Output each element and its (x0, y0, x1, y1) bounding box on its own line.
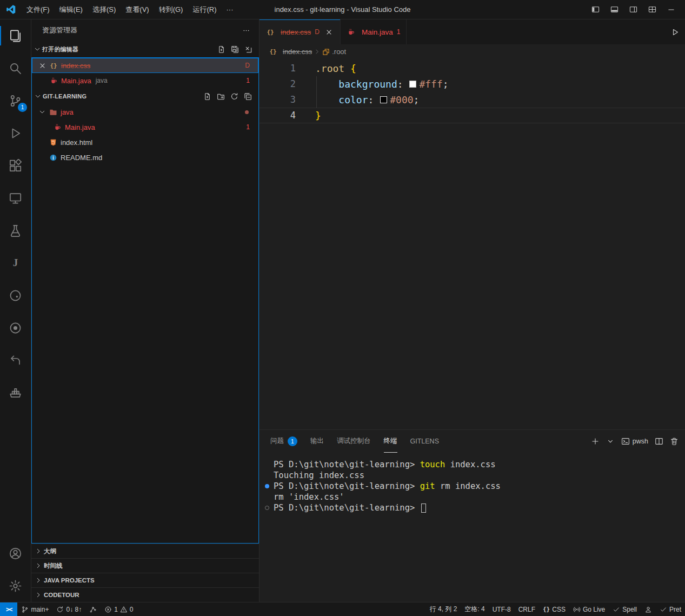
breadcrumb-.root[interactable]: .root (322, 48, 346, 56)
status-remote[interactable]: >< (0, 602, 17, 616)
menu-item-2[interactable]: 选择(S) (88, 3, 121, 17)
status-encoding[interactable]: UTF-8 (489, 602, 515, 616)
status-user[interactable] (641, 602, 656, 616)
menu-item-3[interactable]: 查看(V) (121, 3, 154, 17)
status-spell[interactable]: Spell (609, 602, 641, 616)
command-decoration[interactable] (265, 484, 269, 488)
minimize-button[interactable] (663, 3, 679, 17)
color-swatch[interactable] (380, 96, 387, 103)
layout-sidebar-left-button[interactable] (588, 3, 603, 17)
terminal-shell-label: pwsh (633, 438, 648, 445)
open-editors-header[interactable]: 打开的编辑器 (31, 41, 259, 57)
code-line[interactable]: 2 background: #fff; (260, 76, 685, 92)
breadcrumb-index.css[interactable]: {}index.css (268, 48, 312, 56)
tree-item-README.md[interactable]: README.md (32, 150, 258, 165)
activity-account[interactable] (0, 537, 31, 569)
check-icon (660, 606, 667, 613)
close-tab-button[interactable] (324, 27, 334, 37)
status-eol[interactable]: CRLF (515, 602, 539, 616)
more-actions-button[interactable] (241, 25, 251, 36)
collapse-all-button[interactable] (242, 91, 253, 102)
tree-item-index.html[interactable]: index.html (32, 135, 258, 150)
css-file-icon: {} (265, 28, 275, 36)
status-indentation[interactable]: 空格: 4 (461, 602, 488, 616)
activity-java[interactable]: J (0, 247, 31, 279)
editor-tab-index.css[interactable]: {}index.cssD (260, 19, 341, 44)
status-problems[interactable]: 10 (101, 602, 137, 616)
chevron-right-icon (35, 577, 44, 584)
activity-source-control[interactable]: 1 (0, 84, 31, 117)
status-git-graph[interactable] (85, 602, 101, 616)
activity-target[interactable] (0, 312, 31, 344)
kill-terminal-button[interactable] (670, 437, 679, 446)
status-prettier[interactable]: Pret (656, 602, 685, 616)
tree-item-java[interactable]: java (32, 104, 258, 120)
project-section-header[interactable]: GIT-LEARNING (32, 88, 258, 104)
sidebar-section-JAVA PROJECTS[interactable]: JAVA PROJECTS (31, 573, 259, 587)
editor-tab-bar: {}index.cssDMain.java1 (260, 19, 685, 44)
sidebar-section-时间线[interactable]: 时间线 (31, 558, 259, 573)
activity-search[interactable] (0, 52, 31, 84)
run-debug-icon (9, 127, 22, 140)
activity-remote-explorer[interactable] (0, 182, 31, 214)
sidebar-section-大纲[interactable]: 大纲 (31, 544, 259, 558)
error-icon (104, 606, 112, 613)
activity-explorer[interactable] (0, 19, 31, 52)
code-line[interactable]: 1.root { (260, 61, 685, 76)
code-line[interactable]: 4} (260, 108, 685, 123)
code-editor[interactable]: 1.root {2 background: #fff;3 color: #000… (260, 59, 685, 429)
sidebar-section-CODETOUR[interactable]: CODETOUR (31, 587, 259, 602)
color-swatch[interactable] (409, 81, 416, 88)
explorer-icon (9, 29, 22, 43)
save-all-button[interactable] (229, 44, 240, 55)
close-all-button[interactable] (243, 44, 254, 55)
activity-gradle[interactable] (0, 279, 31, 312)
activity-run-debug[interactable] (0, 117, 31, 149)
launch-profile-button[interactable] (606, 437, 615, 446)
status-text: 空格: 4 (464, 605, 484, 614)
activity-extensions[interactable] (0, 149, 31, 182)
menu-more[interactable]: ··· (221, 3, 238, 16)
status-language[interactable]: {}CSS (539, 602, 569, 616)
refresh-button[interactable] (229, 91, 240, 102)
close-editor-button[interactable] (37, 61, 47, 70)
menu-item-4[interactable]: 转到(G) (154, 3, 188, 17)
open-editor-Main.java[interactable]: Main.javajava1 (32, 73, 258, 88)
activity-settings[interactable] (0, 569, 31, 602)
panel-tab-GITLENS[interactable]: GITLENS (410, 430, 440, 453)
menu-item-5[interactable]: 运行(R) (188, 3, 221, 17)
panel-tab-调试控制台[interactable]: 调试控制台 (337, 430, 371, 453)
editor-tab-Main.java[interactable]: Main.java1 (341, 19, 407, 44)
code-line[interactable]: 3 color: #000; (260, 92, 685, 108)
terminal[interactable]: PS D:\git\note\git-learning> touch index… (260, 453, 685, 602)
status-sync[interactable]: 0↓ 8↑ (52, 602, 85, 616)
breadcrumb-separator-icon (314, 48, 321, 55)
layout-sidebar-right-button[interactable] (626, 3, 641, 17)
new-terminal-button[interactable] (591, 437, 600, 446)
activity-container[interactable] (0, 376, 31, 409)
container-icon (9, 386, 22, 400)
open-editor-index.css[interactable]: {}index.cssD (32, 58, 258, 73)
tree-item-Main.java[interactable]: Main.java1 (32, 120, 258, 135)
status-branch[interactable]: main+ (17, 602, 52, 616)
activity-testing[interactable] (0, 214, 31, 247)
status-go-live[interactable]: Go Live (569, 602, 609, 616)
panel-tab-问题[interactable]: 问题1 (270, 430, 297, 453)
terminal-instance-button[interactable]: pwsh (621, 437, 648, 446)
tour-icon (9, 354, 22, 367)
menu-item-1[interactable]: 编辑(E) (55, 3, 88, 17)
new-file-button[interactable] (216, 44, 227, 55)
split-terminal-button[interactable] (655, 437, 663, 446)
layout-panel-button[interactable] (607, 3, 622, 17)
command-decoration[interactable] (265, 506, 269, 510)
panel-tab-终端[interactable]: 终端 (384, 430, 397, 453)
menu-item-0[interactable]: 文件(F) (22, 3, 55, 17)
panel-tab-输出[interactable]: 输出 (310, 430, 324, 453)
layout-grid-button[interactable] (644, 3, 660, 17)
problems-count-badge: 1 (288, 436, 297, 446)
activity-tour[interactable] (0, 344, 31, 376)
run-button[interactable] (670, 19, 680, 44)
status-cursor-position[interactable]: 行 4, 列 2 (426, 602, 461, 616)
new-file-button[interactable] (202, 91, 212, 102)
new-folder-button[interactable] (215, 91, 226, 102)
